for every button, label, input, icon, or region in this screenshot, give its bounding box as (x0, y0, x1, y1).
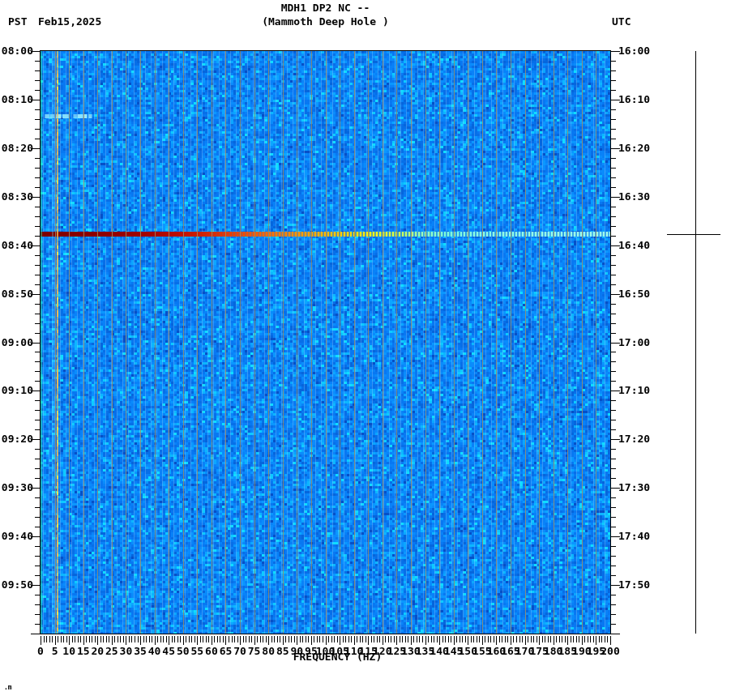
footer-mark: .m (4, 684, 12, 691)
y-axis-left-labels: 08:0008:1008:2008:3008:4008:5009:0009:10… (0, 0, 33, 700)
y-axis-left-tick-label: 09:40 (0, 531, 33, 542)
y-axis-right-tick-label: 17:10 (618, 385, 650, 396)
y-axis-right-tick-label: 17:40 (618, 531, 650, 542)
y-axis-left-tick-label: 08:10 (0, 94, 33, 105)
y-axis-right-tick-label: 16:40 (618, 240, 650, 251)
y-axis-right-tick-label: 16:20 (618, 143, 650, 154)
y-axis-right-tick-label: 17:50 (618, 579, 650, 591)
page-title: MDH1 DP2 NC -- (41, 2, 610, 14)
y-axis-left-tick-label: 08:50 (0, 288, 33, 300)
y-axis-left-tick-label: 08:00 (0, 45, 33, 57)
spectrogram-page: PST Feb15,2025 MDH1 DP2 NC -- (Mammoth D… (0, 0, 731, 700)
y-axis-left-tick-label: 08:40 (0, 240, 33, 251)
y-axis-left-tick-label: 09:10 (0, 385, 33, 396)
y-axis-right-tick-label: 16:10 (618, 94, 650, 105)
page-subtitle: (Mammoth Deep Hole ) (41, 16, 610, 28)
y-axis-right-tick-label: 17:20 (618, 433, 650, 445)
y-axis-right-tick-label: 17:00 (618, 337, 650, 348)
amplitude-scale-line (695, 51, 696, 634)
y-axis-left-tick-label: 09:30 (0, 482, 33, 493)
y-axis-left-tick-label: 09:20 (0, 433, 33, 445)
event-amplitude-marker (667, 234, 720, 235)
y-axis-left-tick-label: 09:50 (0, 579, 33, 591)
y-axis-right-tick-label: 17:30 (618, 482, 650, 493)
y-axis-right-labels: 16:0016:1016:2016:3016:4016:5017:0017:10… (618, 0, 667, 700)
y-axis-right-tick-label: 16:00 (618, 45, 650, 57)
x-axis-title: FREQUENCY (HZ) (41, 651, 635, 663)
y-axis-left-tick-label: 08:30 (0, 191, 33, 203)
y-axis-right-tick-label: 16:30 (618, 191, 650, 203)
y-axis-left-tick-label: 09:00 (0, 337, 33, 348)
y-axis-left-tick-label: 08:20 (0, 143, 33, 154)
y-axis-right-tick-label: 16:50 (618, 288, 650, 300)
